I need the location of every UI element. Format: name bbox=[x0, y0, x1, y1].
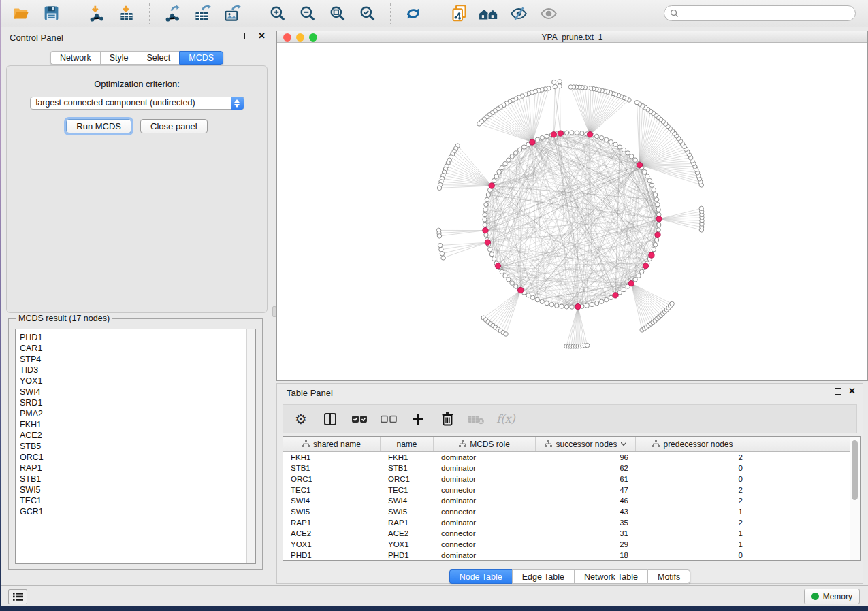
toolbar-separator bbox=[149, 3, 150, 24]
network-window-titlebar[interactable]: YPA_prune.txt_1 bbox=[277, 31, 867, 43]
table-cell: 0 bbox=[636, 475, 750, 483]
export-network-icon[interactable] bbox=[162, 3, 182, 24]
hide-selected-icon[interactable] bbox=[509, 3, 529, 24]
mcds-result-item[interactable]: ACE2 bbox=[20, 430, 255, 441]
export-image-icon[interactable] bbox=[222, 3, 242, 24]
close-panel-icon[interactable]: ✕ bbox=[258, 33, 266, 39]
toolbar-separator bbox=[436, 3, 436, 24]
search-input[interactable] bbox=[682, 9, 850, 18]
tab-mcds[interactable]: MCDS bbox=[179, 51, 223, 65]
table-cell: 61 bbox=[536, 475, 636, 483]
table-row[interactable]: STB1STB1dominator620 bbox=[283, 463, 860, 474]
close-panel-icon[interactable]: ✕ bbox=[848, 388, 856, 395]
table-row[interactable]: SWI5SWI5connector431 bbox=[283, 506, 860, 517]
import-table-icon[interactable] bbox=[116, 3, 137, 24]
mcds-result-item[interactable]: STB1 bbox=[20, 474, 255, 484]
open-file-icon[interactable] bbox=[11, 3, 31, 24]
mcds-result-list[interactable]: PHD1CAR1STP4TID3YOX1SWI4SRD1PMA2FKH1ACE2… bbox=[15, 329, 256, 564]
table-row[interactable]: TEC1TEC1connector472 bbox=[283, 484, 860, 495]
first-neighbors-icon[interactable] bbox=[479, 3, 499, 24]
mcds-result-item[interactable]: TEC1 bbox=[20, 495, 255, 506]
table-cell: 1 bbox=[636, 508, 750, 516]
mcds-result-item[interactable]: SWI5 bbox=[20, 484, 255, 495]
table-cell: 96 bbox=[536, 453, 636, 461]
tab-node-table[interactable]: Node Table bbox=[449, 569, 512, 584]
table-cell: connector bbox=[434, 508, 536, 516]
mcds-result-item[interactable]: CAR1 bbox=[20, 343, 255, 354]
mcds-result-item[interactable]: STB5 bbox=[20, 441, 255, 452]
node-table[interactable]: shared name name MCDS role successor nod… bbox=[283, 436, 861, 561]
table-cell: 2 bbox=[636, 518, 750, 527]
tab-style[interactable]: Style bbox=[100, 51, 138, 65]
tab-edge-table[interactable]: Edge Table bbox=[512, 569, 574, 584]
tree-icon bbox=[652, 440, 660, 448]
mcds-result-item[interactable]: SWI4 bbox=[20, 386, 255, 397]
refresh-icon[interactable] bbox=[403, 3, 423, 24]
delete-table-icon bbox=[468, 411, 485, 427]
optimization-criterion-select[interactable]: largest connected component (undirected) bbox=[30, 97, 244, 110]
mcds-result-items: PHD1CAR1STP4TID3YOX1SWI4SRD1PMA2FKH1ACE2… bbox=[16, 329, 255, 517]
mcds-result-item[interactable]: YOX1 bbox=[20, 376, 255, 386]
table-row[interactable]: RAP1RAP1dominator352 bbox=[283, 517, 860, 528]
memory-label: Memory bbox=[823, 592, 852, 601]
table-row[interactable]: SWI4SWI4dominator462 bbox=[283, 495, 860, 506]
table-cell: RAP1 bbox=[283, 518, 381, 527]
table-cell: FKH1 bbox=[381, 453, 434, 461]
table-cell: 29 bbox=[536, 540, 636, 548]
delete-row-icon[interactable] bbox=[439, 411, 455, 427]
settings-gear-icon[interactable]: ⚙ bbox=[293, 411, 309, 427]
column-header-name[interactable]: name bbox=[381, 437, 434, 451]
mcds-result-item[interactable]: FKH1 bbox=[20, 419, 255, 430]
mcds-result-item[interactable]: ORC1 bbox=[20, 452, 255, 463]
column-header-mcds-role[interactable]: MCDS role bbox=[434, 437, 536, 451]
mcds-result-item[interactable]: TID3 bbox=[20, 365, 255, 376]
task-history-button[interactable] bbox=[8, 589, 27, 604]
float-window-icon[interactable] bbox=[835, 388, 841, 395]
export-table-icon[interactable] bbox=[192, 3, 212, 24]
add-row-icon[interactable] bbox=[410, 411, 426, 427]
memory-button[interactable]: Memory bbox=[804, 589, 860, 604]
tab-select[interactable]: Select bbox=[138, 51, 180, 65]
zoom-fit-icon[interactable] bbox=[327, 3, 348, 24]
search-box[interactable] bbox=[664, 5, 856, 21]
run-mcds-button[interactable]: Run MCDS bbox=[66, 119, 131, 133]
zoom-out-icon[interactable] bbox=[298, 3, 318, 24]
mcds-result-item[interactable]: RAP1 bbox=[20, 463, 255, 474]
deselect-all-icon[interactable] bbox=[381, 411, 397, 427]
network-graph[interactable] bbox=[277, 43, 867, 380]
zoom-in-icon[interactable] bbox=[268, 3, 288, 24]
zoom-selected-icon[interactable] bbox=[357, 3, 378, 24]
show-all-icon[interactable] bbox=[539, 3, 559, 24]
select-all-icon[interactable] bbox=[351, 411, 368, 427]
table-row[interactable]: ACE2ACE2connector311 bbox=[283, 528, 860, 539]
mcds-result-item[interactable]: PHD1 bbox=[20, 332, 255, 343]
table-row[interactable]: ORC1ORC1dominator610 bbox=[283, 474, 860, 484]
tab-network-table[interactable]: Network Table bbox=[574, 569, 647, 584]
node-table-body[interactable]: FKH1FKH1dominator962STB1STB1dominator620… bbox=[283, 452, 860, 560]
save-session-icon[interactable] bbox=[41, 3, 61, 24]
mcds-result-item[interactable]: GCR1 bbox=[20, 506, 255, 517]
table-row[interactable]: PHD1PHD1dominator180 bbox=[283, 550, 860, 561]
mcds-result-item[interactable]: PMA2 bbox=[20, 408, 255, 419]
mcds-list-scrollbar[interactable] bbox=[246, 329, 255, 563]
table-row[interactable]: FKH1FKH1dominator962 bbox=[283, 452, 860, 463]
table-cell: ACE2 bbox=[381, 529, 434, 538]
show-columns-icon[interactable] bbox=[322, 411, 338, 427]
mcds-result-item[interactable]: SRD1 bbox=[20, 397, 255, 408]
table-scrollbar-thumb[interactable] bbox=[852, 440, 858, 500]
table-row[interactable]: YOX1YOX1connector291 bbox=[283, 539, 860, 550]
network-canvas[interactable] bbox=[277, 43, 867, 380]
close-panel-button[interactable]: Close panel bbox=[140, 119, 208, 133]
mcds-result-item[interactable]: STP4 bbox=[20, 354, 255, 365]
function-builder-icon: f(x) bbox=[498, 411, 514, 427]
import-network-icon[interactable] bbox=[86, 3, 107, 24]
column-header-predecessor-nodes[interactable]: predecessor nodes bbox=[636, 437, 750, 451]
tab-motifs[interactable]: Motifs bbox=[647, 569, 690, 584]
tab-network[interactable]: Network bbox=[50, 51, 100, 65]
column-header-successor-nodes[interactable]: successor nodes bbox=[536, 437, 636, 451]
float-window-icon[interactable] bbox=[244, 33, 251, 39]
table-scrollbar[interactable] bbox=[850, 437, 860, 560]
column-header-shared-name[interactable]: shared name bbox=[283, 437, 381, 451]
toolbar-separator bbox=[390, 3, 391, 24]
clone-network-icon[interactable] bbox=[449, 3, 469, 24]
